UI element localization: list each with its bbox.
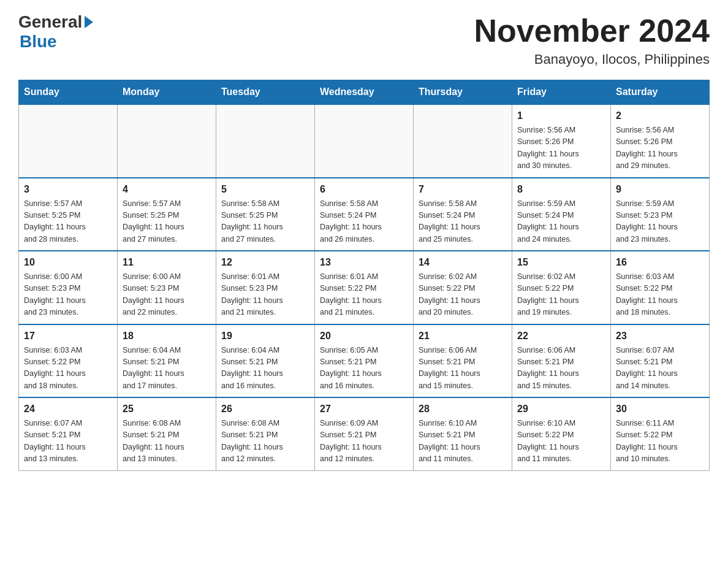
day-info: Sunrise: 6:01 AMSunset: 5:22 PMDaylight:… bbox=[320, 271, 408, 319]
day-number: 9 bbox=[616, 182, 704, 197]
col-sunday: Sunday bbox=[19, 80, 118, 105]
day-number: 4 bbox=[123, 182, 211, 197]
day-number: 26 bbox=[221, 402, 309, 416]
title-block: November 2024 Banayoyo, Ilocos, Philippi… bbox=[474, 12, 710, 67]
table-row: 13Sunrise: 6:01 AMSunset: 5:22 PMDayligh… bbox=[315, 251, 414, 324]
table-row: 25Sunrise: 6:08 AMSunset: 5:21 PMDayligh… bbox=[118, 397, 216, 470]
day-info: Sunrise: 6:02 AMSunset: 5:22 PMDaylight:… bbox=[419, 271, 507, 319]
table-row: 19Sunrise: 6:04 AMSunset: 5:21 PMDayligh… bbox=[216, 324, 315, 398]
day-info: Sunrise: 6:03 AMSunset: 5:22 PMDaylight:… bbox=[24, 345, 112, 393]
table-row: 20Sunrise: 6:05 AMSunset: 5:21 PMDayligh… bbox=[315, 324, 414, 398]
day-info: Sunrise: 6:10 AMSunset: 5:21 PMDaylight:… bbox=[419, 418, 507, 465]
table-row: 16Sunrise: 6:03 AMSunset: 5:22 PMDayligh… bbox=[611, 251, 710, 324]
calendar-week-row: 24Sunrise: 6:07 AMSunset: 5:21 PMDayligh… bbox=[19, 397, 710, 470]
day-info: Sunrise: 5:58 AMSunset: 5:24 PMDaylight:… bbox=[419, 198, 507, 246]
day-number: 29 bbox=[517, 402, 605, 416]
table-row: 2Sunrise: 5:56 AMSunset: 5:26 PMDaylight… bbox=[611, 104, 710, 178]
day-info: Sunrise: 6:03 AMSunset: 5:22 PMDaylight:… bbox=[616, 271, 704, 319]
day-info: Sunrise: 6:09 AMSunset: 5:21 PMDaylight:… bbox=[320, 418, 408, 465]
day-info: Sunrise: 6:02 AMSunset: 5:22 PMDaylight:… bbox=[517, 271, 605, 319]
page-header: General Blue November 2024 Banayoyo, Ilo… bbox=[18, 12, 710, 67]
logo-general-text: General bbox=[18, 12, 94, 32]
day-info: Sunrise: 5:59 AMSunset: 5:24 PMDaylight:… bbox=[517, 198, 605, 246]
day-number: 21 bbox=[419, 329, 507, 343]
day-number: 1 bbox=[517, 109, 605, 123]
day-number: 11 bbox=[123, 255, 211, 270]
table-row bbox=[216, 104, 315, 178]
table-row: 14Sunrise: 6:02 AMSunset: 5:22 PMDayligh… bbox=[414, 251, 512, 324]
page-title: November 2024 bbox=[474, 12, 710, 49]
day-number: 5 bbox=[221, 182, 309, 197]
day-info: Sunrise: 6:06 AMSunset: 5:21 PMDaylight:… bbox=[517, 345, 605, 393]
table-row: 23Sunrise: 6:07 AMSunset: 5:21 PMDayligh… bbox=[611, 324, 710, 398]
table-row: 22Sunrise: 6:06 AMSunset: 5:21 PMDayligh… bbox=[512, 324, 611, 398]
day-info: Sunrise: 6:01 AMSunset: 5:23 PMDaylight:… bbox=[221, 271, 309, 319]
table-row: 24Sunrise: 6:07 AMSunset: 5:21 PMDayligh… bbox=[19, 397, 118, 470]
table-row: 10Sunrise: 6:00 AMSunset: 5:23 PMDayligh… bbox=[19, 251, 118, 324]
table-row: 4Sunrise: 5:57 AMSunset: 5:25 PMDaylight… bbox=[118, 178, 216, 251]
table-row bbox=[414, 104, 512, 178]
day-number: 14 bbox=[419, 255, 507, 270]
day-number: 2 bbox=[616, 109, 704, 123]
day-info: Sunrise: 6:10 AMSunset: 5:22 PMDaylight:… bbox=[517, 418, 605, 465]
col-wednesday: Wednesday bbox=[315, 80, 414, 105]
day-info: Sunrise: 5:58 AMSunset: 5:25 PMDaylight:… bbox=[221, 198, 309, 246]
day-number: 23 bbox=[616, 329, 704, 343]
day-number: 8 bbox=[517, 182, 605, 197]
day-number: 13 bbox=[320, 255, 408, 270]
day-number: 22 bbox=[517, 329, 605, 343]
table-row: 15Sunrise: 6:02 AMSunset: 5:22 PMDayligh… bbox=[512, 251, 611, 324]
day-number: 27 bbox=[320, 402, 408, 416]
day-number: 12 bbox=[221, 255, 309, 270]
logo: General Blue bbox=[18, 12, 94, 52]
day-info: Sunrise: 5:59 AMSunset: 5:23 PMDaylight:… bbox=[616, 198, 704, 246]
calendar-header-row: Sunday Monday Tuesday Wednesday Thursday… bbox=[19, 80, 710, 105]
day-info: Sunrise: 6:08 AMSunset: 5:21 PMDaylight:… bbox=[221, 418, 309, 465]
day-info: Sunrise: 5:56 AMSunset: 5:26 PMDaylight:… bbox=[616, 124, 704, 172]
table-row: 8Sunrise: 5:59 AMSunset: 5:24 PMDaylight… bbox=[512, 178, 611, 251]
day-info: Sunrise: 5:58 AMSunset: 5:24 PMDaylight:… bbox=[320, 198, 408, 246]
day-info: Sunrise: 6:00 AMSunset: 5:23 PMDaylight:… bbox=[123, 271, 211, 319]
calendar-week-row: 1Sunrise: 5:56 AMSunset: 5:26 PMDaylight… bbox=[19, 104, 710, 178]
table-row: 9Sunrise: 5:59 AMSunset: 5:23 PMDaylight… bbox=[611, 178, 710, 251]
day-number: 6 bbox=[320, 182, 408, 197]
day-number: 10 bbox=[24, 255, 112, 270]
table-row: 30Sunrise: 6:11 AMSunset: 5:22 PMDayligh… bbox=[611, 397, 710, 470]
table-row bbox=[315, 104, 414, 178]
logo-general-label: General bbox=[18, 12, 82, 32]
table-row bbox=[118, 104, 216, 178]
day-number: 3 bbox=[24, 182, 112, 197]
table-row: 18Sunrise: 6:04 AMSunset: 5:21 PMDayligh… bbox=[118, 324, 216, 398]
day-number: 17 bbox=[24, 329, 112, 343]
day-info: Sunrise: 6:08 AMSunset: 5:21 PMDaylight:… bbox=[123, 418, 211, 465]
table-row: 28Sunrise: 6:10 AMSunset: 5:21 PMDayligh… bbox=[414, 397, 512, 470]
day-number: 24 bbox=[24, 402, 112, 416]
day-number: 19 bbox=[221, 329, 309, 343]
day-info: Sunrise: 6:00 AMSunset: 5:23 PMDaylight:… bbox=[24, 271, 112, 319]
table-row: 27Sunrise: 6:09 AMSunset: 5:21 PMDayligh… bbox=[315, 397, 414, 470]
table-row: 3Sunrise: 5:57 AMSunset: 5:25 PMDaylight… bbox=[19, 178, 118, 251]
day-info: Sunrise: 6:06 AMSunset: 5:21 PMDaylight:… bbox=[419, 345, 507, 393]
day-number: 15 bbox=[517, 255, 605, 270]
day-info: Sunrise: 6:04 AMSunset: 5:21 PMDaylight:… bbox=[123, 345, 211, 393]
table-row bbox=[19, 104, 118, 178]
day-info: Sunrise: 6:05 AMSunset: 5:21 PMDaylight:… bbox=[320, 345, 408, 393]
table-row: 21Sunrise: 6:06 AMSunset: 5:21 PMDayligh… bbox=[414, 324, 512, 398]
calendar-table: Sunday Monday Tuesday Wednesday Thursday… bbox=[18, 80, 710, 471]
logo-blue-text: Blue bbox=[20, 32, 57, 52]
calendar-week-row: 10Sunrise: 6:00 AMSunset: 5:23 PMDayligh… bbox=[19, 251, 710, 324]
table-row: 17Sunrise: 6:03 AMSunset: 5:22 PMDayligh… bbox=[19, 324, 118, 398]
logo-arrow-icon bbox=[85, 16, 93, 28]
table-row: 12Sunrise: 6:01 AMSunset: 5:23 PMDayligh… bbox=[216, 251, 315, 324]
calendar-week-row: 17Sunrise: 6:03 AMSunset: 5:22 PMDayligh… bbox=[19, 324, 710, 398]
day-info: Sunrise: 5:57 AMSunset: 5:25 PMDaylight:… bbox=[24, 198, 112, 246]
col-friday: Friday bbox=[512, 80, 611, 105]
day-info: Sunrise: 5:56 AMSunset: 5:26 PMDaylight:… bbox=[517, 124, 605, 172]
col-monday: Monday bbox=[118, 80, 216, 105]
day-number: 18 bbox=[123, 329, 211, 343]
day-info: Sunrise: 6:07 AMSunset: 5:21 PMDaylight:… bbox=[616, 345, 704, 393]
col-thursday: Thursday bbox=[414, 80, 512, 105]
table-row: 5Sunrise: 5:58 AMSunset: 5:25 PMDaylight… bbox=[216, 178, 315, 251]
day-number: 25 bbox=[123, 402, 211, 416]
day-info: Sunrise: 6:07 AMSunset: 5:21 PMDaylight:… bbox=[24, 418, 112, 465]
